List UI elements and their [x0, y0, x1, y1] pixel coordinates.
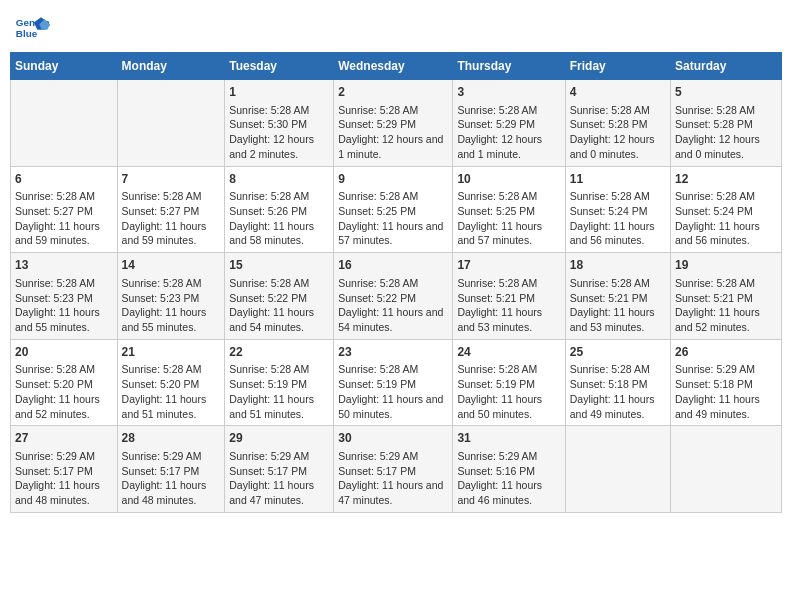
- day-number: 7: [122, 171, 221, 188]
- day-info: Sunrise: 5:28 AMSunset: 5:19 PMDaylight:…: [457, 362, 560, 421]
- page-header: General Blue: [10, 10, 782, 46]
- day-number: 27: [15, 430, 113, 447]
- calendar-cell: 26Sunrise: 5:29 AMSunset: 5:18 PMDayligh…: [671, 339, 782, 426]
- day-number: 26: [675, 344, 777, 361]
- calendar-cell: 28Sunrise: 5:29 AMSunset: 5:17 PMDayligh…: [117, 426, 225, 513]
- day-number: 20: [15, 344, 113, 361]
- day-info: Sunrise: 5:28 AMSunset: 5:19 PMDaylight:…: [338, 362, 448, 421]
- calendar-cell: 19Sunrise: 5:28 AMSunset: 5:21 PMDayligh…: [671, 253, 782, 340]
- day-number: 29: [229, 430, 329, 447]
- col-header-monday: Monday: [117, 53, 225, 80]
- calendar-cell: 20Sunrise: 5:28 AMSunset: 5:20 PMDayligh…: [11, 339, 118, 426]
- day-number: 19: [675, 257, 777, 274]
- day-number: 22: [229, 344, 329, 361]
- logo: General Blue: [14, 10, 50, 46]
- calendar-cell: 18Sunrise: 5:28 AMSunset: 5:21 PMDayligh…: [565, 253, 670, 340]
- day-number: 23: [338, 344, 448, 361]
- day-info: Sunrise: 5:28 AMSunset: 5:18 PMDaylight:…: [570, 362, 666, 421]
- calendar-cell: 3Sunrise: 5:28 AMSunset: 5:29 PMDaylight…: [453, 80, 565, 167]
- calendar-cell: 1Sunrise: 5:28 AMSunset: 5:30 PMDaylight…: [225, 80, 334, 167]
- day-number: 16: [338, 257, 448, 274]
- day-info: Sunrise: 5:28 AMSunset: 5:21 PMDaylight:…: [457, 276, 560, 335]
- day-number: 31: [457, 430, 560, 447]
- calendar-header: SundayMondayTuesdayWednesdayThursdayFrid…: [11, 53, 782, 80]
- day-info: Sunrise: 5:28 AMSunset: 5:23 PMDaylight:…: [15, 276, 113, 335]
- day-number: 11: [570, 171, 666, 188]
- day-info: Sunrise: 5:28 AMSunset: 5:24 PMDaylight:…: [675, 189, 777, 248]
- day-info: Sunrise: 5:28 AMSunset: 5:21 PMDaylight:…: [570, 276, 666, 335]
- day-info: Sunrise: 5:28 AMSunset: 5:22 PMDaylight:…: [229, 276, 329, 335]
- calendar-cell: 5Sunrise: 5:28 AMSunset: 5:28 PMDaylight…: [671, 80, 782, 167]
- calendar-week-4: 20Sunrise: 5:28 AMSunset: 5:20 PMDayligh…: [11, 339, 782, 426]
- day-info: Sunrise: 5:29 AMSunset: 5:18 PMDaylight:…: [675, 362, 777, 421]
- day-info: Sunrise: 5:28 AMSunset: 5:29 PMDaylight:…: [338, 103, 448, 162]
- calendar-table: SundayMondayTuesdayWednesdayThursdayFrid…: [10, 52, 782, 513]
- day-info: Sunrise: 5:29 AMSunset: 5:17 PMDaylight:…: [338, 449, 448, 508]
- calendar-cell: 17Sunrise: 5:28 AMSunset: 5:21 PMDayligh…: [453, 253, 565, 340]
- day-info: Sunrise: 5:28 AMSunset: 5:19 PMDaylight:…: [229, 362, 329, 421]
- calendar-cell: 29Sunrise: 5:29 AMSunset: 5:17 PMDayligh…: [225, 426, 334, 513]
- day-info: Sunrise: 5:28 AMSunset: 5:23 PMDaylight:…: [122, 276, 221, 335]
- day-number: 17: [457, 257, 560, 274]
- calendar-cell: 22Sunrise: 5:28 AMSunset: 5:19 PMDayligh…: [225, 339, 334, 426]
- day-number: 4: [570, 84, 666, 101]
- day-info: Sunrise: 5:29 AMSunset: 5:16 PMDaylight:…: [457, 449, 560, 508]
- day-info: Sunrise: 5:28 AMSunset: 5:22 PMDaylight:…: [338, 276, 448, 335]
- calendar-cell: 15Sunrise: 5:28 AMSunset: 5:22 PMDayligh…: [225, 253, 334, 340]
- day-number: 8: [229, 171, 329, 188]
- day-info: Sunrise: 5:28 AMSunset: 5:20 PMDaylight:…: [122, 362, 221, 421]
- calendar-cell: 27Sunrise: 5:29 AMSunset: 5:17 PMDayligh…: [11, 426, 118, 513]
- calendar-cell: [117, 80, 225, 167]
- calendar-cell: 30Sunrise: 5:29 AMSunset: 5:17 PMDayligh…: [334, 426, 453, 513]
- day-info: Sunrise: 5:28 AMSunset: 5:20 PMDaylight:…: [15, 362, 113, 421]
- day-info: Sunrise: 5:28 AMSunset: 5:27 PMDaylight:…: [122, 189, 221, 248]
- svg-text:Blue: Blue: [16, 28, 38, 39]
- day-info: Sunrise: 5:28 AMSunset: 5:28 PMDaylight:…: [675, 103, 777, 162]
- calendar-cell: [565, 426, 670, 513]
- day-number: 30: [338, 430, 448, 447]
- day-number: 25: [570, 344, 666, 361]
- calendar-week-5: 27Sunrise: 5:29 AMSunset: 5:17 PMDayligh…: [11, 426, 782, 513]
- day-number: 24: [457, 344, 560, 361]
- day-number: 10: [457, 171, 560, 188]
- day-info: Sunrise: 5:28 AMSunset: 5:27 PMDaylight:…: [15, 189, 113, 248]
- calendar-week-3: 13Sunrise: 5:28 AMSunset: 5:23 PMDayligh…: [11, 253, 782, 340]
- calendar-cell: 24Sunrise: 5:28 AMSunset: 5:19 PMDayligh…: [453, 339, 565, 426]
- calendar-cell: 7Sunrise: 5:28 AMSunset: 5:27 PMDaylight…: [117, 166, 225, 253]
- calendar-cell: 9Sunrise: 5:28 AMSunset: 5:25 PMDaylight…: [334, 166, 453, 253]
- calendar-cell: 2Sunrise: 5:28 AMSunset: 5:29 PMDaylight…: [334, 80, 453, 167]
- calendar-cell: 4Sunrise: 5:28 AMSunset: 5:28 PMDaylight…: [565, 80, 670, 167]
- logo-icon: General Blue: [14, 10, 50, 46]
- col-header-friday: Friday: [565, 53, 670, 80]
- col-header-thursday: Thursday: [453, 53, 565, 80]
- calendar-cell: 10Sunrise: 5:28 AMSunset: 5:25 PMDayligh…: [453, 166, 565, 253]
- calendar-cell: [671, 426, 782, 513]
- calendar-cell: 25Sunrise: 5:28 AMSunset: 5:18 PMDayligh…: [565, 339, 670, 426]
- day-number: 28: [122, 430, 221, 447]
- calendar-cell: 21Sunrise: 5:28 AMSunset: 5:20 PMDayligh…: [117, 339, 225, 426]
- day-number: 5: [675, 84, 777, 101]
- day-number: 13: [15, 257, 113, 274]
- calendar-cell: 12Sunrise: 5:28 AMSunset: 5:24 PMDayligh…: [671, 166, 782, 253]
- day-info: Sunrise: 5:29 AMSunset: 5:17 PMDaylight:…: [229, 449, 329, 508]
- day-info: Sunrise: 5:28 AMSunset: 5:26 PMDaylight:…: [229, 189, 329, 248]
- day-info: Sunrise: 5:29 AMSunset: 5:17 PMDaylight:…: [122, 449, 221, 508]
- day-info: Sunrise: 5:29 AMSunset: 5:17 PMDaylight:…: [15, 449, 113, 508]
- calendar-cell: 16Sunrise: 5:28 AMSunset: 5:22 PMDayligh…: [334, 253, 453, 340]
- day-number: 6: [15, 171, 113, 188]
- calendar-week-2: 6Sunrise: 5:28 AMSunset: 5:27 PMDaylight…: [11, 166, 782, 253]
- day-number: 14: [122, 257, 221, 274]
- calendar-week-1: 1Sunrise: 5:28 AMSunset: 5:30 PMDaylight…: [11, 80, 782, 167]
- day-info: Sunrise: 5:28 AMSunset: 5:28 PMDaylight:…: [570, 103, 666, 162]
- day-info: Sunrise: 5:28 AMSunset: 5:21 PMDaylight:…: [675, 276, 777, 335]
- calendar-cell: 6Sunrise: 5:28 AMSunset: 5:27 PMDaylight…: [11, 166, 118, 253]
- day-number: 12: [675, 171, 777, 188]
- col-header-tuesday: Tuesday: [225, 53, 334, 80]
- day-number: 2: [338, 84, 448, 101]
- calendar-cell: 11Sunrise: 5:28 AMSunset: 5:24 PMDayligh…: [565, 166, 670, 253]
- calendar-cell: [11, 80, 118, 167]
- col-header-sunday: Sunday: [11, 53, 118, 80]
- day-number: 15: [229, 257, 329, 274]
- col-header-wednesday: Wednesday: [334, 53, 453, 80]
- day-number: 21: [122, 344, 221, 361]
